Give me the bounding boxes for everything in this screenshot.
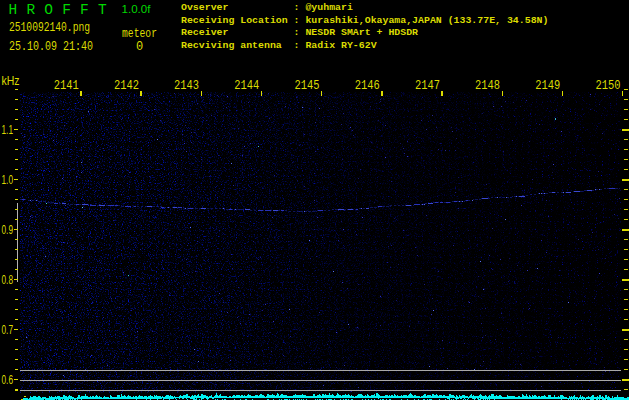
svg-text:1.0: 1.0 [2,172,13,187]
svg-text:2510092140.png: 2510092140.png [9,21,90,35]
svg-text:2149: 2149 [535,79,560,93]
svg-text:1.0.0f: 1.0.0f [122,3,151,15]
svg-text:HROFFT: HROFFT [9,2,116,18]
svg-text:0.6: 0.6 [2,372,13,387]
svg-text:2141: 2141 [54,79,79,93]
svg-text:Recviving antenna : Radix RY-: Recviving antenna : Radix RY-62V [181,40,377,51]
svg-text:1.1: 1.1 [2,122,13,137]
svg-text:0.9: 0.9 [2,222,13,237]
svg-text:25.10.09 21:40: 25.10.09 21:40 [9,40,93,54]
svg-text:0: 0 [136,40,143,54]
svg-text:2143: 2143 [174,79,199,93]
svg-text:2150: 2150 [596,79,621,93]
svg-text:2148: 2148 [475,79,500,93]
svg-text:Ovserver : @yuhmari: Ovserver : @yuhmari [181,2,353,13]
svg-text:0.8: 0.8 [2,272,13,287]
svg-text:meteor: meteor [122,27,157,41]
svg-text:0.7: 0.7 [2,322,13,337]
svg-text:Receiver : NESDR SMA: Receiver : NESDR SMArt + HDSDR [181,27,418,38]
svg-text:2146: 2146 [355,79,380,93]
svg-text:kHz: kHz [2,74,20,88]
svg-text:2144: 2144 [234,79,259,93]
svg-text:2145: 2145 [295,79,320,93]
svg-text:2147: 2147 [415,79,440,93]
svg-text:2142: 2142 [114,79,139,93]
svg-text:Receiving Location : kurashiki: Receiving Location : kurashiki,Okayama,J… [181,15,548,26]
